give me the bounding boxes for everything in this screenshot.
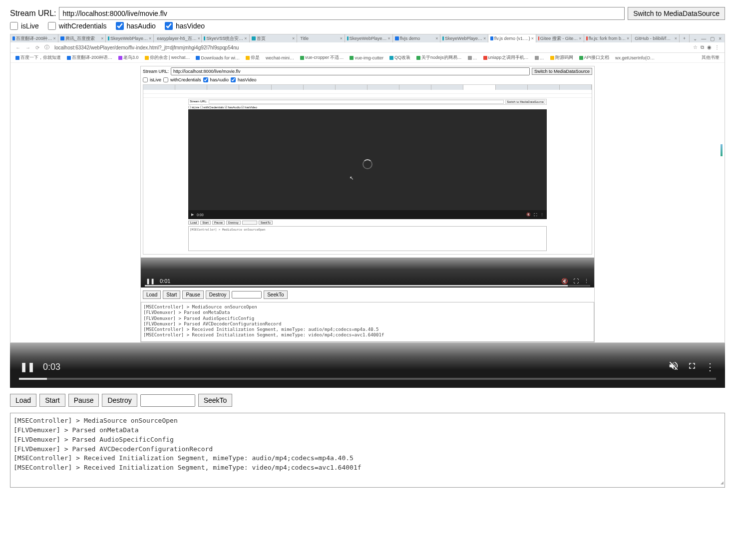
back-icon[interactable]: ← [15,45,20,50]
start-button[interactable]: Start [39,394,65,407]
inner-seekto-button[interactable]: SeekTo [264,290,287,299]
menu-icon[interactable]: ⋮ [715,44,720,50]
browser-tab[interactable]: SkyeVSS统合安…× [202,34,250,42]
scrollbar-indicator[interactable] [721,144,723,156]
bookmark-item[interactable]: 你是 [246,54,260,61]
islive-checkbox[interactable] [10,22,18,30]
log-line: [FLVDemuxer] > Parsed onMetaData [13,426,722,435]
mini-play-icon[interactable]: ▶ [191,213,194,217]
mute-icon[interactable]: 🔇 [561,278,568,284]
site-info-icon[interactable]: ⓘ [44,44,49,51]
stream-url-input[interactable] [59,7,625,20]
log-line: [MSEController] > Received Initializatio… [13,454,722,463]
inner-hasaudio-label: hasAudio [210,77,229,82]
bookmark-item[interactable]: 关于nodejs的网易… [416,54,462,61]
browser-tab[interactable]: GitHub - bilibili/f…× [632,34,680,42]
bookmark-item[interactable]: QQ改装 [389,54,410,61]
log-output[interactable]: [MSEController] > MediaSource onSourceOp… [10,413,725,488]
browser-tab[interactable]: SkeyeWebPlaye…× [440,34,488,42]
pause-icon[interactable]: ❚❚ [146,278,155,284]
browser-tab[interactable]: Gitee 搜索 - Gite…× [536,34,584,42]
resize-handle-icon[interactable]: ◢ [721,479,724,487]
bookmark-item[interactable]: 你的余念 | wechat… [145,54,190,61]
bookmark-item[interactable]: uniapp之调用手机… [483,54,529,61]
browser-tab-active[interactable]: flv.js demo (v1.…)× [488,34,536,42]
inner-load-button[interactable]: Load [143,290,161,299]
pause-button[interactable]: Pause [68,394,99,407]
forward-icon[interactable]: → [25,45,30,50]
fullscreen-icon[interactable]: ⛶ [573,278,579,284]
mini-mute-icon[interactable]: 🔇 [526,213,531,217]
hasvideo-checkbox[interactable] [165,22,173,30]
outer-video-player: ❚❚ 0:03 ⋮ [10,343,725,388]
chevron-down-icon[interactable]: ⌄ [693,36,697,41]
loading-spinner-icon [363,159,372,169]
browser-tab[interactable]: 首页× [250,34,298,42]
pause-icon[interactable]: ❚❚ [20,361,35,372]
inner-withcredentials-checkbox[interactable] [163,77,168,82]
address-bar[interactable]: localhost:63342/webPlayer/demo/flv-index… [54,45,688,50]
inner-start-button[interactable]: Start [163,290,180,299]
mute-icon[interactable] [668,360,679,374]
mini-load-button[interactable]: Load [188,221,199,225]
destroy-button[interactable]: Destroy [102,394,137,407]
bookmark-item[interactable]: vue-cropper 不适… [300,54,344,61]
seek-input[interactable] [140,394,195,407]
maximize-icon[interactable]: ▢ [710,36,715,41]
bookmark-item[interactable]: … [535,54,544,61]
mini-pause-button[interactable]: Pause [212,221,225,225]
browser-tab[interactable]: Title× [297,34,345,42]
inner-islive-checkbox[interactable] [143,77,148,82]
browser-tab[interactable]: 腾讯_百度搜索× [58,34,106,42]
window-controls: ⌄ — ▢ × [690,34,725,42]
share-icon[interactable]: ☆ [693,44,698,50]
refresh-icon[interactable]: ⟳ [35,45,39,50]
extensions-icon[interactable]: ⧉ [701,44,704,50]
bookmarks-bar: 百度一下，你就知道 百度翻译-200种语… 老鸟3.0 你的余念 | wecha… [10,53,725,63]
browser-tab[interactable]: flv.js: fork from b…× [584,34,632,42]
hasaudio-checkbox[interactable] [116,22,124,30]
bookmark-item[interactable]: 百度翻译-200种语… [67,54,112,61]
inner-switch-button[interactable]: Switch to MediaDataSource [532,68,592,75]
browser-tab[interactable]: SkeyeWebPlaye…× [106,34,154,42]
bookmark-item[interactable]: 附源码网 [550,54,573,61]
close-icon[interactable]: × [719,36,722,41]
withcredentials-checkbox[interactable] [48,22,56,30]
player-menu-icon[interactable]: ⋮ [584,278,589,284]
inner-hasvideo-checkbox[interactable] [231,77,236,82]
bookmark-item[interactable]: wx.getUserInfo(O… [615,54,655,61]
other-bookmarks[interactable]: 其他书签 [702,54,720,61]
load-button[interactable]: Load [10,394,36,407]
mini-start-button[interactable]: Start [200,221,211,225]
inner-hasaudio-checkbox[interactable] [203,77,208,82]
browser-tab[interactable]: SkeyeWebPlaye…× [345,34,393,42]
new-tab-button[interactable]: + [680,34,690,42]
seekto-button[interactable]: SeekTo [198,394,233,407]
inner-stream-url-label: Stream URL: [143,69,169,74]
progress-bar[interactable] [19,378,716,380]
inner-stream-url-input[interactable] [171,67,530,75]
bookmark-item[interactable]: Downloads for wi… [196,54,240,61]
browser-tab[interactable]: easyplayer-h5_百…× [154,34,202,42]
bookmark-item[interactable]: 老鸟3.0 [118,54,139,61]
browser-tab[interactable]: 百度翻译-200种…× [10,34,58,42]
bookmark-item[interactable]: API接口文档 [579,54,610,61]
bookmark-item[interactable]: … [468,54,477,61]
switch-mediadatasource-button[interactable]: Switch to MediaDataSource [628,7,725,20]
mini-seekto-button[interactable]: SeekTo [259,221,273,225]
bookmark-item[interactable]: wechat-mini… [266,54,294,61]
bookmark-item[interactable]: vue-img-cutter [350,54,383,61]
minimize-icon[interactable]: — [701,36,706,41]
fullscreen-icon[interactable] [687,361,697,373]
inner-destroy-button[interactable]: Destroy [206,290,230,299]
profile-icon[interactable]: ◉ [707,44,712,50]
bookmark-item[interactable]: 百度一下，你就知道 [15,54,61,61]
mini-destroy-button[interactable]: Destroy [226,221,241,225]
mini-fullscreen-icon[interactable]: ⛶ [534,213,537,217]
inner-pause-button[interactable]: Pause [182,290,203,299]
player-menu-icon[interactable]: ⋮ [705,361,715,373]
inner-seek-input[interactable] [232,291,262,298]
mini-menu-icon[interactable]: ⋮ [540,213,544,217]
browser-tab[interactable]: flvjs demo× [393,34,441,42]
hasaudio-label: hasAudio [127,22,156,30]
